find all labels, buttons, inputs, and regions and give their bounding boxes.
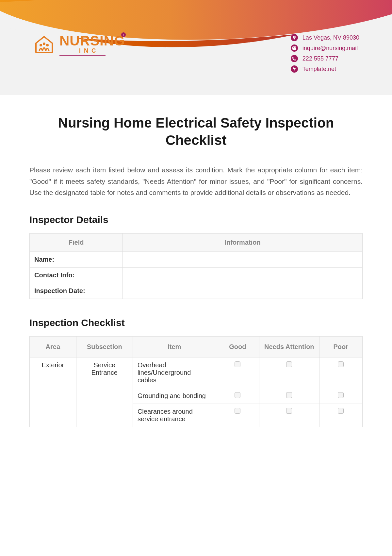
checklist-poor-cell: [319, 388, 363, 404]
checklist-item: Clearances around service entrance: [133, 404, 216, 427]
details-info-contact[interactable]: [123, 267, 363, 283]
details-field-contact: Contact Info:: [30, 267, 123, 283]
checklist-poor-cell: [319, 404, 363, 427]
checkbox-poor[interactable]: [338, 392, 344, 398]
phone-icon: [291, 55, 298, 62]
checklist-item: Grounding and bonding: [133, 388, 216, 404]
checklist-good-cell: [216, 404, 259, 427]
checklist-good-cell: [216, 357, 259, 388]
checklist-subsection: Service Entrance: [76, 357, 133, 427]
page-title: Nursing Home Electrical Safety Inspectio…: [29, 114, 363, 149]
main-content: Nursing Home Electrical Safety Inspectio…: [0, 95, 392, 427]
contact-address: Las Vegas, NV 89030: [291, 34, 359, 41]
contact-list: Las Vegas, NV 89030 inquire@nursing.mail…: [291, 33, 359, 73]
table-row: Name:: [30, 252, 363, 267]
web-icon: [291, 65, 298, 73]
header-content: NURSING + INC Las Vegas, NV 89030 inquir…: [33, 33, 359, 73]
table-row: Exterior Service Entrance Overhead lines…: [30, 357, 363, 388]
checkbox-good[interactable]: [235, 361, 240, 367]
contact-email-text: inquire@nursing.mail: [302, 45, 358, 52]
checkbox-good[interactable]: [235, 408, 240, 414]
contact-phone: 222 555 7777: [291, 55, 359, 62]
logo-plus-icon: +: [121, 32, 126, 37]
svg-point-0: [40, 44, 42, 46]
header-band: NURSING + INC Las Vegas, NV 89030 inquir…: [0, 0, 392, 95]
location-icon: [291, 34, 298, 41]
svg-point-1: [43, 43, 45, 45]
checkbox-needs-attention[interactable]: [286, 361, 292, 367]
contact-web-text: Template.net: [302, 66, 336, 73]
checklist-header-good: Good: [216, 336, 259, 357]
table-row: Contact Info:: [30, 267, 363, 283]
checkbox-poor[interactable]: [338, 361, 344, 367]
checklist-header-needs: Needs Attention: [259, 336, 319, 357]
checklist-needs-cell: [259, 357, 319, 388]
checkbox-good[interactable]: [235, 392, 240, 398]
logo-house-icon: [33, 33, 56, 56]
inspection-checklist-table: Area Subsection Item Good Needs Attentio…: [29, 336, 363, 427]
logo-main-text: NURSING +: [59, 33, 125, 49]
details-info-date[interactable]: [123, 283, 363, 299]
intro-paragraph: Please review each item listed below and…: [29, 165, 363, 199]
checklist-item: Overhead lines/Underground cables: [133, 357, 216, 388]
details-field-name: Name:: [30, 252, 123, 267]
inspector-details-table: Field Information Name: Contact Info: In…: [29, 233, 363, 299]
details-header-info: Information: [123, 233, 363, 252]
inspector-details-heading: Inspector Details: [29, 214, 363, 225]
checklist-needs-cell: [259, 388, 319, 404]
details-field-date: Inspection Date:: [30, 283, 123, 299]
checklist-good-cell: [216, 388, 259, 404]
checklist-header-item: Item: [133, 336, 216, 357]
contact-web: Template.net: [291, 65, 359, 73]
checkbox-poor[interactable]: [338, 408, 344, 414]
contact-address-text: Las Vegas, NV 89030: [302, 34, 359, 41]
checklist-header-poor: Poor: [319, 336, 363, 357]
details-info-name[interactable]: [123, 252, 363, 267]
contact-email: inquire@nursing.mail: [291, 44, 359, 52]
details-header-field: Field: [30, 233, 123, 252]
svg-point-2: [46, 44, 49, 46]
email-icon: [291, 44, 298, 52]
table-row: Inspection Date:: [30, 283, 363, 299]
checklist-needs-cell: [259, 404, 319, 427]
logo-text: NURSING + INC: [59, 33, 125, 56]
checklist-area: Exterior: [30, 357, 76, 427]
logo: NURSING + INC: [33, 33, 125, 56]
inspection-checklist-heading: Inspection Checklist: [29, 317, 363, 328]
contact-phone-text: 222 555 7777: [302, 55, 338, 62]
checkbox-needs-attention[interactable]: [286, 392, 292, 398]
checklist-poor-cell: [319, 357, 363, 388]
checkbox-needs-attention[interactable]: [286, 408, 292, 414]
logo-main-label: NURSING: [59, 33, 125, 48]
checklist-header-subsection: Subsection: [76, 336, 133, 357]
checklist-header-area: Area: [30, 336, 76, 357]
